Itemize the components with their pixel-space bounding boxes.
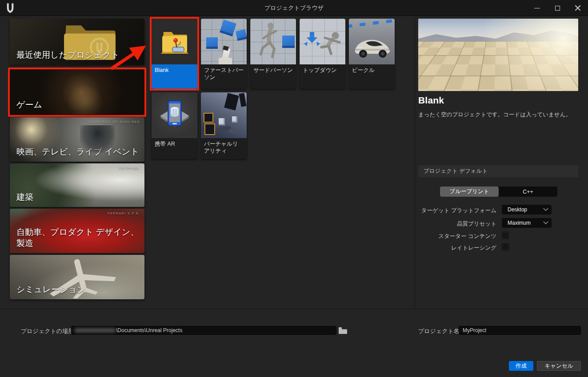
template-tile-third-person[interactable]: サードパーソン — [250, 19, 296, 89]
starter-content-label: スターター コンテンツ — [363, 233, 496, 240]
project-type-toggle: ブループリント C++ — [440, 187, 557, 197]
project-location-value: \Documents\Unreal Projects — [116, 327, 182, 333]
project-location-input[interactable]: \Documents\Unreal Projects — [71, 326, 336, 335]
raytracing-label: レイトレーシング — [363, 244, 496, 252]
close-button[interactable] — [568, 0, 588, 16]
handheld-ar-thumbnail — [152, 92, 197, 138]
window-controls — [527, 0, 588, 16]
redacted-path-segment — [75, 328, 116, 333]
preview-sun-glow — [477, 19, 578, 91]
category-label: シミュレーション — [16, 284, 139, 295]
selected-template-title: Blank — [418, 95, 444, 106]
image-credit-watermark: TILTPIXEL — [119, 167, 140, 170]
target-platform-value: Desktop — [508, 206, 544, 213]
minimize-icon — [534, 8, 540, 8]
template-preview-image — [418, 19, 578, 91]
running-mannequin-figure — [256, 20, 283, 63]
template-tile-handheld-ar[interactable]: 携帯 AR — [152, 92, 197, 159]
maximize-button[interactable] — [547, 0, 568, 16]
project-location-label: プロジェクトの場所 — [21, 327, 74, 335]
template-label: バーチャルリアリティ — [201, 138, 247, 159]
template-tile-blank[interactable]: Blank — [152, 19, 197, 89]
mannequin-top-view-figure — [314, 24, 345, 60]
minimize-button[interactable] — [527, 0, 547, 16]
category-tile-film-tv[interactable]: COURTESY OF HIGH RES 映画、テレビ、ライブ イベント — [10, 117, 144, 162]
category-label: 建築 — [16, 192, 139, 202]
blank-template-thumbnail — [152, 19, 197, 64]
sports-car-image — [350, 29, 394, 62]
template-label: Blank — [152, 64, 197, 89]
create-button[interactable]: 作成 — [509, 361, 533, 371]
window-title: プロジェクトブラウザ — [0, 0, 588, 16]
folder-gamepad-icon — [160, 28, 189, 55]
template-label: ビークル — [349, 64, 395, 89]
quality-preset-dropdown[interactable]: Maximum — [502, 218, 552, 228]
template-tile-virtual-reality[interactable]: バーチャルリアリティ — [201, 92, 247, 159]
template-tile-vehicle[interactable]: ビークル — [349, 19, 395, 89]
category-label: 最近使用したプロジェクト — [16, 50, 139, 60]
template-tile-top-down[interactable]: トップダウン — [300, 19, 345, 89]
ar-phone-icon — [157, 99, 192, 132]
project-defaults-header: プロジェクト デフォルト — [418, 165, 578, 177]
project-name-input[interactable] — [459, 326, 581, 335]
image-credit-watermark: COURTESY OF HIGH RES — [88, 120, 140, 123]
project-browser-window: プロジェクトブラウザ 最近使用したプロジェクト ゲーム COURTESY OF … — [0, 0, 588, 377]
template-label: 携帯 AR — [152, 138, 197, 159]
category-tile-architecture[interactable]: TILTPIXEL 建築 — [10, 163, 144, 207]
third-person-thumbnail — [250, 19, 296, 64]
template-tile-first-person[interactable]: ファーストパーソン — [201, 19, 247, 89]
target-platform-label: ターゲット プラットフォーム — [363, 207, 496, 214]
quality-preset-value: Maximum — [508, 220, 544, 226]
close-icon — [575, 5, 581, 11]
toggle-cpp[interactable]: C++ — [499, 187, 557, 197]
template-label: ファーストパーソン — [201, 64, 247, 89]
virtual-reality-thumbnail — [201, 92, 247, 138]
raytracing-checkbox[interactable] — [502, 243, 509, 250]
category-tile-simulation[interactable]: シミュレーション — [10, 255, 144, 299]
cancel-button[interactable]: キャンセル — [537, 361, 581, 371]
quality-preset-label: 品質プリセット — [363, 220, 496, 228]
starter-content-checkbox[interactable] — [502, 232, 509, 239]
category-label: ゲーム — [16, 99, 139, 110]
project-name-label: プロジェクト名 — [418, 327, 460, 335]
category-tile-automotive[interactable]: FERRARI S.P.A. 自動車、プロダクト デザイン、製造 — [10, 209, 144, 253]
browse-folder-button[interactable] — [338, 327, 347, 334]
category-label: 自動車、プロダクト デザイン、製造 — [16, 227, 139, 249]
top-down-thumbnail — [300, 19, 345, 64]
image-credit-watermark: FERRARI S.P.A. — [108, 212, 140, 215]
selected-template-description: まったく空のプロジェクトです。コードは入っていません。 — [418, 111, 578, 119]
category-tile-games[interactable]: ゲーム — [10, 70, 144, 115]
first-person-thumbnail — [201, 19, 247, 64]
template-label: トップダウン — [300, 64, 345, 89]
chevron-down-icon — [543, 219, 548, 224]
target-platform-dropdown[interactable]: Desktop — [502, 205, 552, 214]
category-label: 映画、テレビ、ライブ イベント — [16, 147, 139, 157]
maximize-icon — [555, 6, 560, 11]
toggle-blueprint[interactable]: ブループリント — [440, 187, 499, 197]
panel-divider-vertical — [415, 16, 415, 309]
template-label: サードパーソン — [250, 64, 296, 89]
chevron-down-icon — [543, 206, 548, 211]
track-edge-markers — [349, 19, 395, 28]
title-bar: プロジェクトブラウザ — [0, 0, 588, 16]
vehicle-thumbnail — [349, 19, 395, 64]
footer-divider — [0, 309, 588, 309]
category-tile-recent-projects[interactable]: 最近使用したプロジェクト — [10, 19, 144, 65]
